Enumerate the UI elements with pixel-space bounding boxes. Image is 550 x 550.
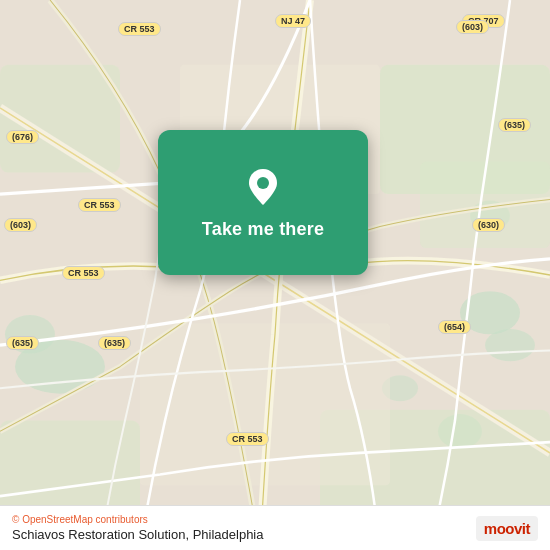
popup-card[interactable]: Take me there — [158, 130, 368, 275]
route-badge-cr635-bl: (635) — [6, 336, 39, 350]
svg-point-18 — [257, 177, 269, 189]
route-badge-cr654: (654) — [438, 320, 471, 334]
route-badge-cr553-bot: CR 553 — [226, 432, 269, 446]
route-badge-cr603-left: (603) — [4, 218, 37, 232]
moovit-logo: moovit — [476, 516, 538, 541]
route-badge-nj47: NJ 47 — [275, 14, 311, 28]
route-badge-cr603-top: (603) — [456, 20, 489, 34]
osm-text: OpenStreetMap contributors — [22, 514, 148, 525]
osm-attribution: © OpenStreetMap contributors — [12, 514, 264, 525]
moovit-label: moovit — [484, 520, 530, 537]
map-container: CR 553 NJ 47 CR 707 (603) (676) (635) (6… — [0, 0, 550, 550]
location-pin-icon — [241, 165, 285, 209]
route-badge-cr635-bm: (635) — [98, 336, 131, 350]
route-badge-cr553-mid2: CR 553 — [62, 266, 105, 280]
svg-point-4 — [485, 329, 535, 361]
take-me-there-button[interactable]: Take me there — [202, 219, 324, 240]
route-badge-cr553-top: CR 553 — [118, 22, 161, 36]
route-badge-cr635-rt: (635) — [498, 118, 531, 132]
location-name: Schiavos Restoration Solution, Philadelp… — [12, 527, 264, 542]
route-badge-cr676: (676) — [6, 130, 39, 144]
osm-symbol: © — [12, 514, 19, 525]
bottom-left-info: © OpenStreetMap contributors Schiavos Re… — [12, 514, 264, 542]
route-badge-cr630: (630) — [472, 218, 505, 232]
route-badge-cr553-mid: CR 553 — [78, 198, 121, 212]
bottom-bar: © OpenStreetMap contributors Schiavos Re… — [0, 505, 550, 550]
